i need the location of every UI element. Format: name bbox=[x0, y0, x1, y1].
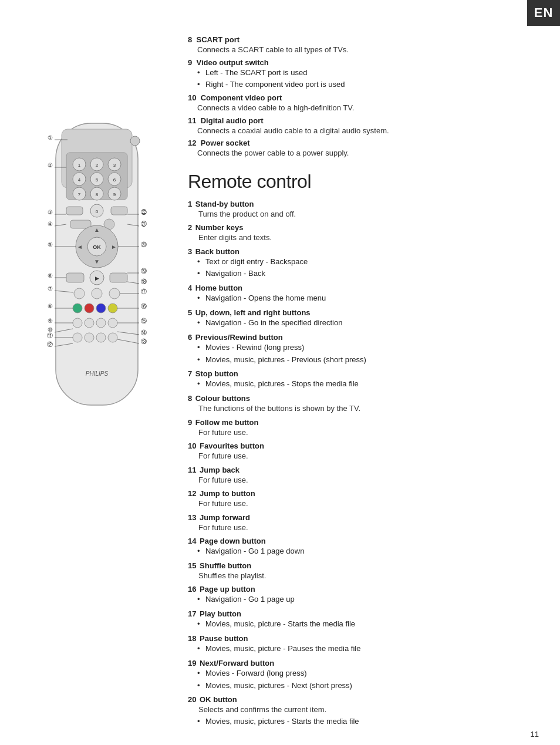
rc-bullet-item: Movies - Forward (long press) bbox=[188, 668, 531, 680]
svg-point-39 bbox=[74, 288, 85, 299]
svg-point-43 bbox=[85, 304, 94, 313]
rc-desc: For future use. bbox=[188, 427, 531, 439]
svg-text:②: ② bbox=[48, 162, 53, 168]
svg-point-47 bbox=[85, 318, 94, 328]
rc-item: 14 Page down buttonNavigation - Go 1 pag… bbox=[188, 537, 531, 558]
rc-title-line: 1 Stand-by button bbox=[188, 200, 531, 208]
item-title: Video output switch bbox=[196, 58, 268, 67]
rc-num: 20 bbox=[188, 695, 196, 704]
left-column: 1 2 3 4 5 6 7 8 9 0 bbox=[0, 18, 182, 731]
svg-point-45 bbox=[108, 304, 117, 313]
rc-title-line: 12 Jump to button bbox=[188, 489, 531, 498]
top-item: 10 Component video portConnects a video … bbox=[188, 93, 531, 114]
rc-title: Jump to button bbox=[200, 489, 255, 498]
svg-text:0: 0 bbox=[96, 209, 99, 214]
svg-point-50 bbox=[73, 333, 82, 342]
svg-text:③: ③ bbox=[48, 209, 53, 215]
svg-text:▼: ▼ bbox=[94, 258, 100, 265]
rc-num: 10 bbox=[188, 441, 196, 450]
item-desc: Connects the power cable to a power supp… bbox=[188, 147, 531, 159]
svg-rect-35 bbox=[66, 273, 84, 282]
svg-text:⑯: ⑯ bbox=[141, 303, 147, 309]
rc-item: 13 Jump forwardFor future use. bbox=[188, 513, 531, 534]
item-number: 12 bbox=[188, 139, 196, 147]
rc-title: Stand-by button bbox=[195, 200, 254, 208]
rc-title-line: 7 Stop button bbox=[188, 369, 531, 378]
remote-section: Remote control 1 Stand-by buttonTurns th… bbox=[188, 171, 531, 728]
top-item: 8 SCART portConnects a SCART cable to al… bbox=[188, 35, 531, 56]
rc-title: Shuffle button bbox=[200, 561, 251, 570]
item-desc: Connects a coaxial audio cable to a digi… bbox=[188, 125, 531, 137]
rc-bullet-item: Movies, music, pictures - Starts the med… bbox=[188, 716, 531, 728]
svg-point-51 bbox=[85, 333, 94, 342]
page: EN bbox=[0, 0, 560, 745]
rc-item: 16 Page up buttonNavigation - Go 1 page … bbox=[188, 585, 531, 606]
item-title-line: 12 Power socket bbox=[188, 139, 531, 147]
rc-title: Jump back bbox=[200, 466, 239, 474]
item-number: 8 bbox=[188, 35, 192, 44]
rc-desc: Enter digits and texts. bbox=[188, 232, 531, 244]
top-section: 8 SCART portConnects a SCART cable to al… bbox=[188, 35, 531, 159]
rc-title: Colour buttons bbox=[195, 394, 250, 403]
rc-title: Up, down, left and right buttons bbox=[195, 308, 311, 317]
rc-item: 6 Previous/Rewind buttonMovies - Rewind … bbox=[188, 333, 531, 366]
rc-num: 19 bbox=[188, 659, 196, 668]
rc-num: 9 bbox=[188, 418, 192, 427]
rc-title-line: 13 Jump forward bbox=[188, 513, 531, 522]
rc-bullet-item: Navigation - Go in the specified directi… bbox=[188, 317, 531, 329]
rc-title: Pause button bbox=[200, 634, 248, 643]
rc-title-line: 18 Pause button bbox=[188, 634, 531, 643]
rc-bullet-item: Navigation - Go 1 page up bbox=[188, 594, 531, 606]
svg-text:OK: OK bbox=[93, 244, 101, 250]
svg-text:⑬: ⑬ bbox=[141, 338, 147, 345]
item-title: Component video port bbox=[201, 93, 282, 102]
rc-bullet-item: Navigation - Go 1 page down bbox=[188, 545, 531, 558]
rc-title-line: 17 Play button bbox=[188, 609, 531, 618]
rc-num: 13 bbox=[188, 513, 196, 522]
rc-item: 4 Home buttonNavigation - Opens the home… bbox=[188, 284, 531, 305]
rc-desc: For future use. bbox=[188, 522, 531, 534]
rc-desc: For future use. bbox=[188, 498, 531, 510]
item-number: 9 bbox=[188, 58, 192, 67]
svg-text:㉒: ㉒ bbox=[141, 209, 147, 215]
rc-bullet-item: Movies, music, pictures - Stops the medi… bbox=[188, 378, 531, 390]
bullet-item: Left - The SCART port is used bbox=[188, 67, 531, 79]
item-title: Power socket bbox=[201, 139, 250, 147]
rc-title-line: 14 Page down button bbox=[188, 537, 531, 545]
svg-text:▶: ▶ bbox=[95, 275, 99, 281]
rc-desc: Turns the product on and off. bbox=[188, 208, 531, 220]
rc-num: 1 bbox=[188, 200, 192, 208]
rc-title: Number keys bbox=[195, 223, 244, 232]
top-item: 12 Power socketConnects the power cable … bbox=[188, 139, 531, 159]
top-items: 8 SCART portConnects a SCART cable to al… bbox=[188, 35, 531, 159]
item-number: 10 bbox=[188, 93, 196, 102]
rc-title: Favourites button bbox=[200, 441, 264, 450]
item-title-line: 10 Component video port bbox=[188, 93, 531, 102]
svg-text:►: ► bbox=[111, 244, 117, 250]
rc-item: 18 Pause buttonMovies, music, picture - … bbox=[188, 634, 531, 655]
svg-point-2 bbox=[130, 136, 140, 146]
rc-title-line: 11 Jump back bbox=[188, 466, 531, 474]
item-title: SCART port bbox=[196, 35, 239, 44]
svg-text:◄: ◄ bbox=[77, 244, 83, 250]
svg-text:⑱: ⑱ bbox=[141, 278, 147, 285]
rc-title-line: 10 Favourites button bbox=[188, 441, 531, 450]
svg-text:PHILIPS: PHILIPS bbox=[86, 370, 109, 377]
rc-item: 5 Up, down, left and right buttonsNaviga… bbox=[188, 308, 531, 329]
svg-text:▲: ▲ bbox=[94, 227, 100, 233]
rc-num: 3 bbox=[188, 247, 192, 256]
rc-item: 17 Play buttonMovies, music, picture - S… bbox=[188, 609, 531, 631]
remote-svg: 1 2 3 4 5 6 7 8 9 0 bbox=[15, 117, 179, 434]
rc-item: 15 Shuffle buttonShuffles the playlist. bbox=[188, 561, 531, 582]
rc-num: 16 bbox=[188, 585, 196, 594]
rc-title: OK button bbox=[200, 695, 237, 704]
item-number: 11 bbox=[188, 116, 196, 125]
svg-text:㉑: ㉑ bbox=[141, 221, 147, 227]
svg-point-46 bbox=[73, 318, 82, 328]
rc-title-line: 19 Next/Forward button bbox=[188, 659, 531, 668]
rc-title: Page up button bbox=[200, 585, 255, 594]
rc-title-line: 4 Home button bbox=[188, 284, 531, 292]
rc-title: Previous/Rewind button bbox=[195, 333, 283, 342]
svg-point-41 bbox=[109, 288, 120, 299]
rc-num: 6 bbox=[188, 333, 192, 342]
